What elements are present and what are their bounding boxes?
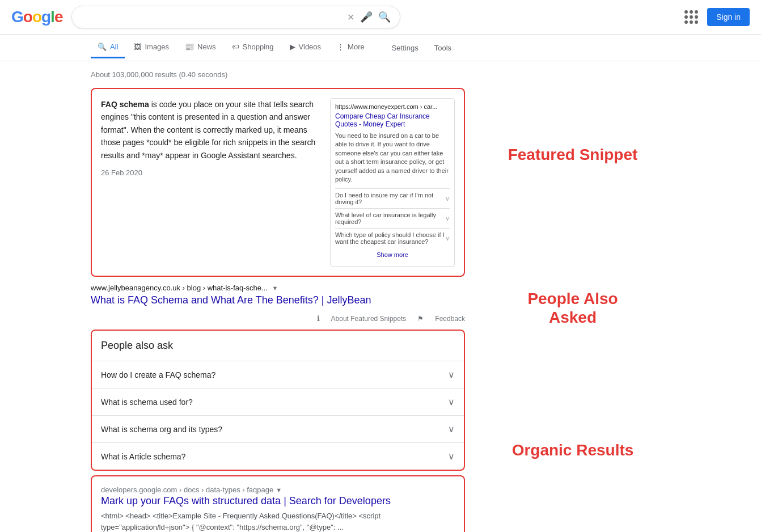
main-content: About 103,000,000 results (0.40 seconds)… bbox=[0, 61, 761, 532]
snippet-faq-item-2[interactable]: What level of car insurance is legally r… bbox=[335, 208, 450, 228]
search-input[interactable]: what are FAQ schema bbox=[81, 12, 341, 22]
snippet-bold-term: FAQ schema bbox=[101, 100, 149, 109]
chevron-down-icon: ∨ bbox=[448, 396, 455, 407]
mic-icon: 🎤 bbox=[360, 11, 373, 23]
snippet-date: 26 Feb 2020 bbox=[101, 167, 321, 179]
result-1-title-link[interactable]: Mark up your FAQs with structured data |… bbox=[101, 495, 455, 507]
more-icon: ⋮ bbox=[337, 43, 344, 51]
annotations-column: Featured Snippet People Also Asked Organ… bbox=[465, 66, 658, 532]
results-count: About 103,000,000 results (0.40 seconds) bbox=[91, 66, 465, 88]
paa-item-3[interactable]: What is schema org and its types? ∨ bbox=[92, 416, 464, 443]
snippet-title-link[interactable]: What is FAQ Schema and What Are The Bene… bbox=[91, 294, 371, 306]
settings-link[interactable]: Settings bbox=[385, 38, 425, 58]
header: Google what are FAQ schema ✕ 🎤 🔍 Sign in bbox=[0, 0, 761, 35]
people-also-asked-annotation: People Also Asked bbox=[488, 289, 658, 327]
feedback-divider: ⚑ bbox=[417, 315, 424, 323]
search-bar: what are FAQ schema ✕ 🎤 🔍 bbox=[71, 6, 400, 28]
tab-news[interactable]: 📰 News bbox=[178, 37, 223, 58]
snippet-right-url: https://www.moneyexpert.com › car... bbox=[335, 103, 450, 110]
tab-shopping[interactable]: 🏷 Shopping bbox=[225, 37, 281, 58]
about-featured: ℹ About Featured Snippets ⚑ Feedback bbox=[91, 311, 465, 330]
result-1-description: <html> <head> <title>Example Site - Freq… bbox=[101, 510, 455, 532]
images-icon: 🖼 bbox=[134, 43, 141, 51]
chevron-down-icon: ∨ bbox=[448, 369, 455, 380]
snippet-url-dropdown[interactable]: ▼ bbox=[272, 285, 278, 292]
snippet-source-link[interactable]: www.jellybeanagency.co.uk › blog › what-… bbox=[91, 284, 268, 292]
chevron-down-icon: ∨ bbox=[448, 451, 455, 462]
results-column: About 103,000,000 results (0.40 seconds)… bbox=[91, 66, 465, 532]
snippet-right-title[interactable]: Compare Cheap Car Insurance Quotes - Mon… bbox=[335, 112, 450, 128]
paa-item-2[interactable]: What is schema used for? ∨ bbox=[92, 389, 464, 416]
header-right: Sign in bbox=[684, 8, 750, 26]
videos-icon: ▶ bbox=[290, 43, 295, 51]
featured-snippet-box: FAQ schema is code you place on your sit… bbox=[91, 88, 465, 277]
snippet-text: FAQ schema is code you place on your sit… bbox=[101, 98, 321, 267]
apps-grid-button[interactable] bbox=[684, 10, 698, 24]
snippet-faq-item-3[interactable]: Which type of policy should I choose if … bbox=[335, 228, 450, 248]
tab-all[interactable]: 🔍 All bbox=[91, 37, 125, 58]
close-icon: ✕ bbox=[347, 12, 354, 23]
google-logo: Google bbox=[11, 8, 62, 26]
search-icon: 🔍 bbox=[378, 11, 391, 23]
result-1-title: Mark up your FAQs with structured data |… bbox=[101, 495, 455, 507]
paa-item-4[interactable]: What is Article schema? ∨ bbox=[92, 443, 464, 470]
snippet-source-url: www.jellybeanagency.co.uk › blog › what-… bbox=[91, 284, 465, 292]
all-icon: 🔍 bbox=[98, 43, 107, 51]
snippet-right-desc: You need to be insured on a car to be ab… bbox=[335, 132, 450, 184]
organic-results-annotation: Organic Results bbox=[488, 441, 658, 460]
snippet-right-panel: https://www.moneyexpert.com › car... Com… bbox=[330, 98, 455, 267]
about-featured-snippets-link[interactable]: About Featured Snippets bbox=[331, 315, 407, 323]
paa-title: People also ask bbox=[92, 331, 464, 361]
nav-tabs: 🔍 All 🖼 Images 📰 News 🏷 Shopping ▶ Video… bbox=[0, 35, 761, 61]
featured-snippet-info-icon: ℹ bbox=[317, 314, 320, 323]
snippet-faq-item-1[interactable]: Do I need to insure my car if I'm not dr… bbox=[335, 188, 450, 208]
search-button[interactable]: 🔍 bbox=[378, 11, 391, 23]
featured-snippet-annotation: Featured Snippet bbox=[488, 145, 658, 164]
snippet-show-more[interactable]: Show more bbox=[335, 248, 450, 261]
tools-link[interactable]: Tools bbox=[428, 38, 458, 58]
feedback-link[interactable]: Feedback bbox=[435, 315, 465, 323]
paa-item-1[interactable]: How do I create a FAQ schema? ∨ bbox=[92, 361, 464, 389]
tab-images[interactable]: 🖼 Images bbox=[127, 37, 176, 58]
tab-videos[interactable]: ▶ Videos bbox=[283, 37, 328, 58]
news-icon: 📰 bbox=[185, 43, 194, 51]
shopping-icon: 🏷 bbox=[232, 43, 239, 51]
sign-in-button[interactable]: Sign in bbox=[707, 8, 750, 26]
people-also-ask-box: People also ask How do I create a FAQ sc… bbox=[91, 330, 465, 471]
chevron-down-icon: ∨ bbox=[448, 424, 455, 434]
voice-search-button[interactable]: 🎤 bbox=[360, 11, 373, 23]
organic-result-1: developers.google.com › docs › data-type… bbox=[91, 475, 465, 532]
result-1-url-dropdown[interactable]: ▼ bbox=[276, 487, 282, 493]
snippet-title: What is FAQ Schema and What Are The Bene… bbox=[91, 294, 465, 306]
tab-more[interactable]: ⋮ More bbox=[330, 37, 371, 58]
clear-button[interactable]: ✕ bbox=[347, 12, 354, 23]
result-1-url: developers.google.com › docs › data-type… bbox=[101, 485, 455, 494]
